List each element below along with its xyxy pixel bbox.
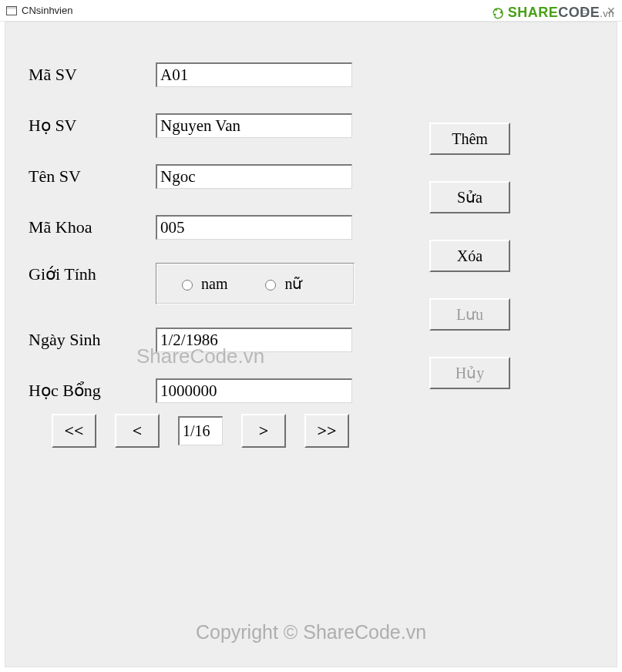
first-button[interactable]: << — [52, 414, 96, 448]
prev-button[interactable]: < — [115, 414, 160, 448]
app-window: CNsinhvien ▭ ✕ SHARECODE.vn — [0, 0, 622, 672]
label-makhoa: Mã Khoa — [29, 217, 156, 237]
radio-nu-text: nữ — [284, 274, 302, 293]
action-buttons: Thêm Sửa Xóa Lưu Hủy — [429, 123, 510, 389]
label-tensv: Tên SV — [29, 166, 156, 186]
label-ngaysinh: Ngày Sinh — [29, 330, 156, 350]
page-indicator: 1/16 — [178, 416, 223, 445]
close-icon[interactable]: ✕ — [607, 5, 616, 16]
sua-button[interactable]: Sửa — [429, 181, 510, 213]
radio-nam[interactable] — [182, 280, 193, 291]
next-button[interactable]: > — [241, 414, 286, 448]
last-button[interactable]: >> — [304, 414, 349, 448]
recycle-icon — [491, 6, 505, 20]
student-form: Mã SV Họ SV Tên SV Mã Khoa Giới Tính — [29, 61, 414, 428]
label-hosv: Họ SV — [29, 116, 156, 136]
logo-share: SHARE — [508, 5, 559, 20]
luu-button[interactable]: Lưu — [429, 298, 510, 331]
label-masv: Mã SV — [29, 65, 156, 85]
huy-button[interactable]: Hủy — [429, 357, 510, 389]
radio-nu-label[interactable]: nữ — [261, 274, 302, 293]
copyright-text: Copyright © ShareCode.vn — [5, 621, 617, 643]
label-gioitinh: Giới Tính — [29, 264, 156, 284]
input-masv[interactable] — [156, 62, 352, 87]
radio-nu[interactable] — [265, 280, 276, 291]
restore-icon[interactable]: ▭ — [580, 5, 590, 16]
titlebar: CNsinhvien ▭ ✕ SHARECODE.vn — [0, 0, 622, 22]
xoa-button[interactable]: Xóa — [429, 240, 510, 272]
window-title: CNsinhvien — [22, 5, 72, 16]
radio-nam-text: nam — [201, 275, 227, 293]
input-tensv[interactable] — [156, 164, 352, 189]
form-icon — [6, 6, 17, 15]
client-area: Mã SV Họ SV Tên SV Mã Khoa Giới Tính — [5, 22, 617, 667]
gender-frame: nam nữ — [156, 263, 355, 304]
them-button[interactable]: Thêm — [429, 123, 510, 155]
input-makhoa[interactable] — [156, 215, 352, 240]
svg-rect-1 — [7, 6, 17, 8]
window-controls: ▭ ✕ — [580, 5, 616, 16]
input-hocbong[interactable] — [156, 378, 352, 403]
record-navigator: << < 1/16 > >> — [52, 414, 349, 448]
radio-nam-label[interactable]: nam — [178, 275, 227, 293]
label-hocbong: Học Bổng — [29, 381, 156, 401]
input-ngaysinh[interactable] — [156, 328, 352, 352]
input-hosv[interactable] — [156, 113, 352, 138]
